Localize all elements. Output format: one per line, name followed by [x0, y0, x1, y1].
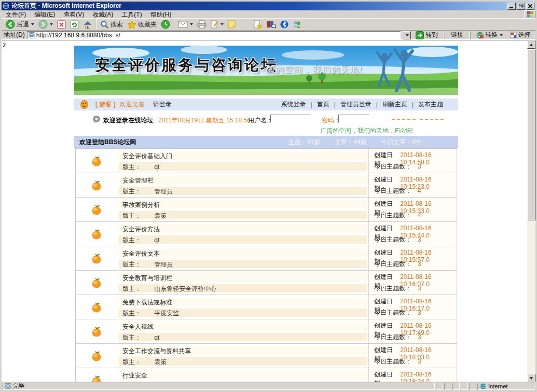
address-input[interactable]: [36, 32, 399, 38]
address-dropdown-button[interactable]: [403, 31, 411, 39]
stop-button[interactable]: [55, 19, 68, 30]
scrollbar-thumb[interactable]: [527, 49, 535, 220]
messenger-button[interactable]: [291, 19, 304, 30]
forum-title-link[interactable]: 安全评价基础入门: [122, 152, 172, 160]
forum-title-line: 安全管理栏: [119, 176, 367, 184]
page-ie-small-icon: [5, 383, 11, 389]
nav-link-refresh-home[interactable]: 刷新主页: [378, 100, 412, 109]
select-button[interactable]: 选择: [507, 31, 533, 40]
password-label: 密码：: [322, 116, 340, 125]
table-row: 安全评价方法 版主： qt 创建日期： 2011-08-16 10:15:44.…: [76, 222, 457, 246]
today-count-value: 4: [418, 212, 421, 219]
menu-view[interactable]: 查看(V): [59, 10, 88, 19]
username-input[interactable]: [270, 115, 311, 123]
table-row: 事故案例分析 版主： 袁策 创建日期： 2011-08-16 10:15:33.…: [76, 198, 457, 222]
menu-favorites[interactable]: 收藏(A): [88, 10, 117, 19]
forum-icon-cell: [76, 198, 117, 221]
links-button[interactable]: 链接: [448, 31, 466, 40]
print-button[interactable]: [195, 19, 209, 30]
notes-button[interactable]: [226, 19, 238, 30]
nav-strip: [ 游客 ] 欢迎光临 请登录 系统登录| 首页| 管理员登录| 刷新主页| 发…: [74, 99, 458, 110]
nav-link-post-topic[interactable]: 发布主题: [414, 100, 448, 109]
back-button[interactable]: 后退: [4, 19, 36, 30]
restore-button[interactable]: [517, 3, 525, 10]
status-message-pane: 完毕: [3, 383, 435, 390]
forum-title-link[interactable]: 安全评价方法: [122, 226, 160, 233]
menu-file[interactable]: 文件(F): [2, 10, 30, 19]
scroll-down-button[interactable]: [527, 374, 535, 382]
home-icon: [83, 20, 92, 29]
home-button[interactable]: [81, 19, 94, 30]
forum-title-link[interactable]: 安全管理栏: [122, 177, 154, 184]
forum-title-link[interactable]: 安全评价文本: [122, 250, 160, 257]
window-title: 论坛首页 - Microsoft Internet Explorer: [11, 2, 121, 10]
forum-meta-cell: 创建日期： 2011-08-16 10:18:03.0 今日主题数： 3: [369, 344, 457, 368]
scroll-up-button[interactable]: [527, 40, 535, 49]
stat-today: 今日文章：8个: [381, 138, 422, 147]
edit-button[interactable]: [209, 19, 226, 30]
orange-fruit-icon: [91, 253, 102, 264]
address-field: [27, 31, 401, 39]
forum-title-line: 免费下载法规标准: [119, 298, 367, 306]
forum-moderator-line: 版主： qt: [119, 162, 367, 171]
mail-dropdown-icon[interactable]: [190, 23, 193, 25]
forum-title-link[interactable]: 事故案例分析: [122, 201, 160, 208]
browser-viewport: z: [2, 40, 535, 382]
welcome-text: 欢迎光临: [120, 100, 145, 109]
password-input[interactable]: [338, 115, 369, 123]
moderator-label: 版主：: [122, 261, 141, 268]
menu-edit[interactable]: 编辑(E): [30, 10, 59, 19]
forum-moderator-line: 版主： qt: [119, 235, 367, 244]
back-dropdown-icon[interactable]: [31, 23, 34, 25]
go-button[interactable]: 转到: [413, 31, 440, 40]
menu-help[interactable]: 帮助(H): [146, 10, 176, 19]
forum-meta-cell: 创建日期： 2011-08-16 10:15:33.0 今日主题数： 4: [369, 198, 457, 221]
nav-link-home[interactable]: 首页: [312, 100, 334, 109]
forum-title-link[interactable]: 安全工作交流与资料共享: [122, 347, 191, 355]
forum-meta-cell: 创建日期： 2011-08-16 10:14:58.0 今日主题数： 3: [369, 149, 457, 173]
history-button[interactable]: [159, 19, 172, 30]
bluetooth-icon: [280, 20, 288, 29]
moderator-label: 版主：: [122, 163, 141, 171]
globe-convert-icon: [476, 32, 484, 39]
refresh-button[interactable]: [68, 19, 81, 30]
vertical-scrollbar[interactable]: [527, 40, 535, 382]
convert-dropdown-icon[interactable]: [500, 34, 503, 36]
forum-title-link[interactable]: 免费下载法规标准: [122, 299, 172, 306]
edit-dropdown-icon[interactable]: [221, 23, 224, 25]
minimize-button[interactable]: [507, 3, 516, 10]
bluetooth-button[interactable]: [278, 19, 291, 30]
security-zone-pane: Internet: [477, 383, 534, 390]
page-star-icon: [254, 20, 263, 29]
forum-icon-cell: [76, 222, 117, 246]
banner-subtitle: 广阔的空间，我们的天地!: [257, 65, 363, 76]
mail-button[interactable]: [176, 19, 195, 30]
research-icon: [267, 20, 276, 29]
nav-link-system-login[interactable]: 系统登录: [277, 100, 311, 109]
login-prompt-link[interactable]: 请登录: [153, 100, 172, 109]
menu-tools[interactable]: 工具(T): [117, 10, 146, 19]
add-favorite-button[interactable]: [252, 19, 265, 30]
forum-icon-cell: [76, 319, 117, 343]
forward-button[interactable]: [36, 19, 55, 30]
nav-link-admin-login[interactable]: 管理员登录: [336, 100, 376, 109]
orange-fruit-icon: [91, 326, 102, 337]
forum-title-link[interactable]: 安全教育与培训栏: [122, 274, 172, 282]
created-line: 创建日期： 2011-08-16 10:14:58.0: [374, 151, 452, 159]
forum-moderator-line: 版主： 管理员: [119, 260, 367, 268]
convert-button[interactable]: 转换: [474, 31, 505, 40]
forum-title-link[interactable]: 安全人视线: [122, 323, 154, 330]
search-button[interactable]: 搜索: [98, 19, 125, 30]
forward-dropdown-icon[interactable]: [50, 23, 53, 25]
today-count-label: 今日主题数：: [374, 235, 411, 244]
forum-moderator-line: 版主： 袁策: [119, 211, 367, 219]
forum-title-link[interactable]: 行业安全: [122, 372, 147, 379]
research-button[interactable]: [265, 19, 278, 30]
favorites-button[interactable]: 收藏夹: [125, 19, 159, 30]
forum-title-line: 行业安全: [119, 371, 367, 379]
today-count-value: 3: [418, 333, 421, 341]
messenger-icon: [293, 20, 301, 29]
forum-moderator-line: 版主： qt: [119, 333, 367, 341]
forum-icon-cell: [76, 271, 117, 295]
close-button[interactable]: [526, 3, 534, 10]
